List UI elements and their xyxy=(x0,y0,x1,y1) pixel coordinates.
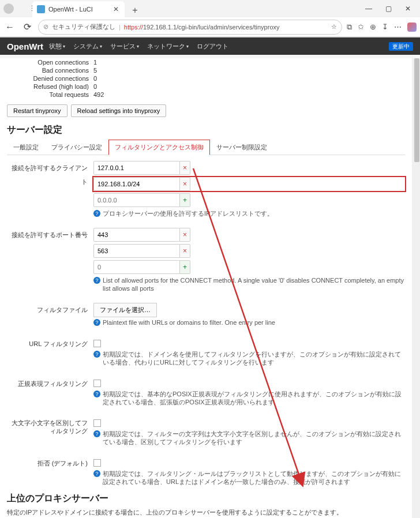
help-icon: ? xyxy=(93,351,100,358)
section-upstream-heading: 上位のプロキシサーバー xyxy=(7,493,405,505)
help-icon: ? xyxy=(93,430,100,437)
regex-filtering-checkbox[interactable] xyxy=(93,380,101,387)
regex-filtering-label: 正規表現フィルタリング xyxy=(7,377,93,391)
tab-limits[interactable]: サーバー制限設定 xyxy=(210,140,273,155)
case-filtering-help: 初期設定では、フィルターの文字列は大文字小文字を区別しませんが、このオプションが… xyxy=(103,430,405,446)
tab-favicon-icon xyxy=(37,5,45,13)
browser-tab[interactable]: OpenWrt - LuCI ✕ xyxy=(32,1,125,17)
window-minimize-icon[interactable]: — xyxy=(365,5,373,13)
allowed-client-input-2[interactable] xyxy=(93,177,180,191)
star-icon[interactable]: ☆ xyxy=(331,23,337,31)
allowed-port-input-1[interactable] xyxy=(93,228,180,242)
nav-system[interactable]: システム▾ xyxy=(73,42,102,51)
deny-default-label: 拒否 (デフォルト) xyxy=(7,456,93,470)
add-icon[interactable]: + xyxy=(180,193,190,207)
window-maximize-icon[interactable]: ▢ xyxy=(384,5,392,13)
case-filtering-checkbox[interactable] xyxy=(93,419,101,427)
chevron-down-icon: ▾ xyxy=(63,44,65,49)
chevron-down-icon: ▾ xyxy=(186,44,189,49)
tab-filtering[interactable]: フィルタリングとアクセス制御 xyxy=(108,140,210,155)
help-icon: ? xyxy=(93,319,100,326)
remove-icon[interactable]: × xyxy=(180,228,190,242)
allowed-ports-label: 接続を許可するポート番号 xyxy=(7,228,93,242)
security-warning: セキュリティ保護なし xyxy=(52,22,115,31)
allowed-clients-help: プロキシサーバーの使用を許可するIPアドレスリストです。 xyxy=(103,209,273,217)
tab-title: OpenWrt - LuCI xyxy=(48,6,93,13)
tab-close-icon[interactable]: ✕ xyxy=(113,5,119,13)
nav-logout[interactable]: ログアウト xyxy=(197,42,228,51)
browser-profile-icon[interactable] xyxy=(3,3,14,14)
menu-icon[interactable]: ⋯ xyxy=(394,22,402,31)
extension-icon[interactable] xyxy=(407,22,417,32)
chevron-down-icon: ▾ xyxy=(137,44,139,49)
allowed-clients-label: 接続を許可するクライアント xyxy=(7,161,93,189)
remove-icon[interactable]: × xyxy=(180,177,190,191)
help-icon: ? xyxy=(93,391,100,397)
back-button[interactable]: ← xyxy=(3,21,16,33)
restart-button[interactable]: Restart tinyproxy xyxy=(7,104,68,117)
luci-brand[interactable]: OpenWrt xyxy=(7,42,43,51)
url-filtering-label: URL フィルタリング xyxy=(7,337,93,351)
downloads-icon[interactable]: ↧ xyxy=(382,22,388,31)
allowed-port-add-input[interactable] xyxy=(93,260,180,274)
allowed-client-add-input[interactable] xyxy=(93,193,180,207)
tab-privacy[interactable]: プライバシー設定 xyxy=(45,140,108,155)
help-icon: ? xyxy=(93,277,100,284)
collections-icon[interactable]: ⊕ xyxy=(370,22,376,31)
allowed-client-input-1[interactable] xyxy=(93,161,180,175)
filter-file-help: Plaintext file with URLs or domains to f… xyxy=(103,318,275,326)
add-icon[interactable]: + xyxy=(180,260,190,274)
url-filtering-help: 初期設定では、ドメイン名を使用してフィルタリングを行いますが、このオプションが有… xyxy=(103,350,405,366)
remove-icon[interactable]: × xyxy=(180,161,190,175)
deny-default-checkbox[interactable] xyxy=(93,459,101,467)
nav-status[interactable]: 状態▾ xyxy=(49,42,65,51)
remove-icon[interactable]: × xyxy=(180,244,190,258)
file-select-button[interactable]: ファイルを選択… xyxy=(93,303,157,317)
nav-services[interactable]: サービス▾ xyxy=(110,42,139,51)
not-secure-icon: ⊘ xyxy=(43,23,48,31)
section-upstream-desc: 特定のIPアドレスやドメインに接続する場合に、上位のプロキシサーバーを使用するよ… xyxy=(7,508,405,517)
stats-table: Open connections1 Bad connections5 Denie… xyxy=(7,58,105,99)
window-close-icon[interactable]: ✕ xyxy=(404,5,412,13)
help-icon: ? xyxy=(93,470,100,477)
regex-filtering-help: 初期設定では、基本的なPOSIX正規表現がフィルタリングに使用されますが、このオ… xyxy=(103,390,405,406)
new-tab-button[interactable]: + xyxy=(128,3,142,17)
updating-badge: 更新中 xyxy=(389,42,413,51)
section-server-heading: サーバー設定 xyxy=(7,124,405,136)
url-scheme: https:// xyxy=(124,24,143,31)
reload-button[interactable]: ⟳ xyxy=(21,21,33,33)
url-text: 192.168.1.1/cgi-bin/luci/admin/services/… xyxy=(143,24,280,31)
deny-default-help: 初期設定では、フィルタリング・ルールはブラックリストとして動作しますが、このオプ… xyxy=(103,470,405,486)
scrollbar[interactable] xyxy=(412,58,420,518)
reload-button[interactable]: Reload settings into tinyproxy xyxy=(71,104,167,117)
case-filtering-label: 大文字小文字を区別してフィルタリング xyxy=(7,416,93,435)
tab-general[interactable]: 一般設定 xyxy=(7,140,45,155)
allowed-port-input-2[interactable] xyxy=(93,244,180,258)
reader-icon[interactable]: ⧉ xyxy=(347,22,352,32)
help-icon: ? xyxy=(93,210,100,217)
url-filtering-checkbox[interactable] xyxy=(93,340,101,347)
nav-network[interactable]: ネットワーク▾ xyxy=(147,42,189,51)
allowed-ports-help: List of allowed ports for the CONNECT me… xyxy=(103,276,405,292)
chevron-down-icon: ▾ xyxy=(100,44,102,49)
address-bar[interactable]: ⊘ セキュリティ保護なし | https://192.168.1.1/cgi-b… xyxy=(38,20,342,35)
favorites-icon[interactable]: ✩ xyxy=(358,22,364,31)
filter-file-label: フィルタファイル xyxy=(7,303,93,317)
highlighted-client-row: × xyxy=(93,177,405,191)
